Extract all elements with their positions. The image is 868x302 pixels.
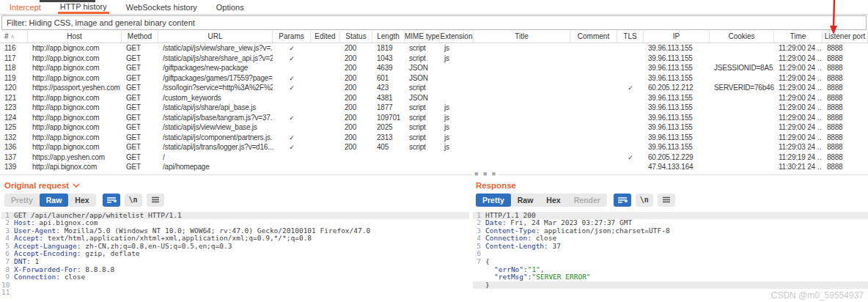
cell-status <box>340 162 372 172</box>
show-newlines-button[interactable]: \n <box>125 194 142 207</box>
cell-mime: script <box>405 54 440 64</box>
cell-comment <box>570 133 617 143</box>
cell-method: GET <box>122 142 158 152</box>
column-header-method[interactable]: Method <box>122 31 158 43</box>
cell-ext <box>440 73 474 84</box>
cell-mime: JSON <box>405 63 440 73</box>
code-text: Connection: close <box>11 273 85 281</box>
wrap-lines-icon <box>617 196 628 204</box>
column-header-ext[interactable]: Extension <box>440 31 474 43</box>
wrap-lines-button[interactable] <box>614 194 631 207</box>
cell-tls <box>617 54 644 64</box>
cell-method: GET <box>122 93 158 103</box>
wrap-lines-button[interactable] <box>103 194 120 207</box>
cell-time: 11:29:00 24 … <box>774 83 823 93</box>
checkmark-icon: ✓ <box>289 84 294 92</box>
column-header-cookies[interactable]: Cookies <box>710 31 774 43</box>
cell-title <box>474 54 570 64</box>
cell-time: 11:29:00 24 … <box>774 54 823 64</box>
filter-bar[interactable]: Filter: Hiding CSS, image and general bi… <box>1 15 867 30</box>
table-row[interactable]: 139http://api.bignox.comGET/api/homepage… <box>0 162 868 172</box>
column-header-status[interactable]: Status <box>340 31 372 43</box>
cell-url: /api/homepage <box>158 162 273 172</box>
cell-length: 2025 <box>372 122 405 133</box>
table-row[interactable]: 137https://app.yeshen.comGET/✓60.205.12.… <box>0 152 868 163</box>
response-hex-button[interactable]: Hex <box>540 194 567 207</box>
column-header-num[interactable]: #∧ <box>0 31 28 43</box>
cell-cookies <box>710 43 774 54</box>
column-header-comment[interactable]: Comment <box>570 31 617 43</box>
request-pretty-button[interactable]: Pretty <box>4 194 40 207</box>
parent-tab-edge <box>40 0 95 2</box>
cell-tls <box>617 93 644 103</box>
table-row[interactable]: 118http://app.bignox.comGET/giftpackages… <box>0 63 868 73</box>
cell-tls <box>617 162 644 172</box>
column-header-host[interactable]: Host <box>28 31 122 43</box>
column-header-params[interactable]: Params <box>273 31 311 43</box>
response-editor[interactable]: 1HTTP/1.1 2002Date: Fri, 24 Mar 2023 03:… <box>473 212 868 302</box>
tab-intercept[interactable]: Intercept <box>7 1 43 13</box>
cell-comment <box>570 73 617 84</box>
cell-ext <box>440 83 474 93</box>
checkmark-icon: ✓ <box>289 55 294 62</box>
cell-edited <box>311 103 340 113</box>
column-header-length[interactable]: Length <box>372 31 405 43</box>
cell-host: http://app.bignox.com <box>28 103 122 113</box>
table-row[interactable]: 117http://app.bignox.comGET/static/api/j… <box>0 54 868 64</box>
column-header-tls[interactable]: TLS <box>617 31 644 43</box>
column-header-ip[interactable]: IP <box>644 31 710 43</box>
tab-options[interactable]: Options <box>214 1 246 13</box>
cell-edited <box>311 113 340 123</box>
table-row[interactable]: 136http://app.bignox.comGET/static/api/j… <box>0 142 868 152</box>
table-row[interactable]: 119http://app.bignox.comGET/giftpackages… <box>0 73 868 84</box>
horizontal-splitter[interactable]: ■ ■ ■ <box>0 172 868 179</box>
tab-websockets-history[interactable]: WebSockets history <box>124 1 199 13</box>
cell-params <box>273 122 311 133</box>
table-row[interactable]: 125http://app.bignox.comGET/static/api/j… <box>0 122 868 133</box>
cell-host: http://app.bignox.com <box>28 54 122 64</box>
column-header-time[interactable]: Time <box>774 31 823 43</box>
response-menu-button[interactable] <box>658 194 675 207</box>
column-header-mime[interactable]: MIME type <box>405 31 440 43</box>
request-hex-button[interactable]: Hex <box>68 194 95 207</box>
show-newlines-button[interactable]: \n <box>636 194 653 207</box>
table-row[interactable]: 120https://passport.yeshen.comGET/sso/lo… <box>0 83 868 93</box>
table-row[interactable]: 123http://app.bignox.comGET/static/api/j… <box>0 103 868 113</box>
request-menu-button[interactable] <box>147 194 164 207</box>
cell-ip: 39.96.113.155 <box>644 142 710 152</box>
table-row[interactable]: 121http://app.bignox.comGET/custom_keywo… <box>0 93 868 103</box>
cell-status <box>340 152 372 163</box>
cell-mime: script <box>405 133 440 143</box>
request-panel-title[interactable]: Original request <box>1 179 469 191</box>
table-row[interactable]: 124http://app.bignox.comGET/static/api/j… <box>0 113 868 123</box>
cell-comment <box>570 142 617 152</box>
cell-url: /static/api/js/view/share_view.js?v=... <box>158 43 273 54</box>
cell-tls <box>617 113 644 123</box>
cell-num: 117 <box>0 54 28 64</box>
cell-host: http://app.bignox.com <box>28 93 122 103</box>
response-pretty-button[interactable]: Pretty <box>476 194 511 207</box>
column-header-edited[interactable]: Edited <box>311 31 340 43</box>
cell-status: 200 <box>340 63 372 73</box>
table-row[interactable]: 116http://app.bignox.comGET/static/api/j… <box>0 43 868 54</box>
column-header-title[interactable]: Title <box>474 31 570 43</box>
tab-http-history[interactable]: HTTP history <box>58 1 109 14</box>
response-title-label: Response <box>476 181 516 190</box>
table-row[interactable]: 132http://app.bignox.comGET/static/api/j… <box>0 133 868 143</box>
line-number <box>473 281 482 290</box>
cell-url: /giftpackages/games/17559?page=... <box>158 73 273 84</box>
cell-time: 11:29:00 24 … <box>774 63 823 73</box>
cell-edited <box>311 83 340 93</box>
response-render-button[interactable]: Render <box>567 194 607 207</box>
column-header-url[interactable]: URL <box>158 31 273 43</box>
response-raw-button[interactable]: Raw <box>511 194 540 207</box>
cell-length: 1043 <box>372 54 405 64</box>
code-text: Content-Length: 37 <box>482 243 561 251</box>
cell-comment <box>570 162 617 172</box>
cell-port: 8888 <box>823 152 868 163</box>
splitter-handle-icon[interactable]: ■ ■ ■ <box>472 171 499 177</box>
http-history-table: 116http://app.bignox.comGET/static/api/j… <box>0 43 868 172</box>
request-editor[interactable]: 1GET /api/launcher/app/whitelist HTTP/1.… <box>1 212 469 302</box>
cell-num: 119 <box>0 73 28 84</box>
request-raw-button[interactable]: Raw <box>40 194 69 207</box>
